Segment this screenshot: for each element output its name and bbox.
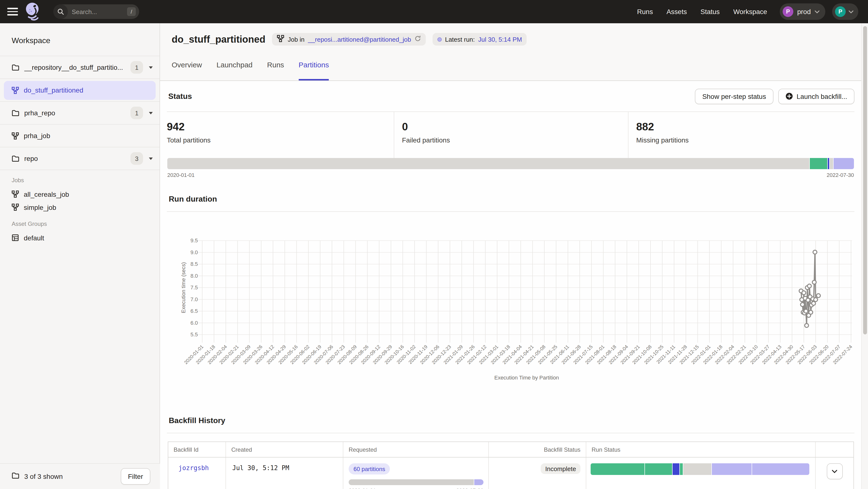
tab-partitions[interactable]: Partitions [299, 49, 329, 80]
nav-item-runs[interactable]: Runs [637, 8, 653, 15]
column-header-created: Created [226, 442, 343, 457]
job-origin-link[interactable]: __reposi...artitioned@partitioned_job [308, 36, 411, 43]
tab-launchpad[interactable]: Launchpad [217, 49, 253, 80]
column-header-run-status: Run Status [586, 442, 816, 457]
backfill-table: Backfill IdCreatedRequestedBackfill Stat… [168, 442, 854, 489]
backfill-id-link[interactable]: jozrgsbh [168, 464, 209, 471]
bar-segment [349, 479, 474, 485]
sidebar-item-all_cereals_job[interactable]: all_cereals_job [0, 188, 159, 201]
chevron-down-icon[interactable] [149, 66, 153, 69]
asset-group-icon [12, 234, 19, 241]
column-header-backfill-status: Backfill Status [489, 442, 586, 457]
sidebar-item-prha-repo[interactable]: prha_repo1 [0, 102, 159, 125]
sidebar-title: Workspace [12, 36, 159, 45]
job-origin-text: Job in [288, 36, 305, 43]
job-icon [12, 87, 19, 94]
svg-text:7.0: 7.0 [190, 296, 198, 302]
cell-backfill-status: Incomplete [489, 457, 586, 489]
table-row: jozrgsbhJul 30, 5:12 PM60 partitions2020… [168, 457, 854, 489]
dagster-logo-icon[interactable] [24, 2, 42, 21]
svg-text:9.5: 9.5 [190, 237, 198, 243]
filter-button[interactable]: Filter [121, 468, 150, 485]
search-box[interactable]: / [53, 4, 139, 19]
page-scrollbar[interactable] [861, 23, 868, 489]
sidebar-item-prha-job[interactable]: prha_job [0, 125, 159, 147]
repo-count-badge: 1 [130, 61, 143, 74]
stat-failed-partitions: 0Failed partitions [394, 112, 628, 158]
bar-segment [712, 463, 752, 475]
folder-icon [12, 64, 20, 71]
sidebar-item-label: all_cereals_job [24, 190, 69, 198]
backfill-history-section: Backfill History [167, 413, 855, 433]
partition-status-bar[interactable] [167, 158, 854, 169]
main-content: do_stuff_partitioned Job in __reposi...a… [160, 23, 868, 489]
job-icon [12, 191, 19, 198]
svg-text:8.5: 8.5 [190, 261, 198, 267]
run-status-bar[interactable] [591, 463, 809, 475]
sidebar-item-label: prha_job [24, 132, 153, 139]
sidebar-section-label: Asset Groups [12, 221, 159, 227]
sidebar-item-do-stuff-partitioned[interactable]: do_stuff_partitioned [0, 79, 159, 102]
status-section-header: Status Show per-step status Launch backf… [167, 81, 855, 112]
folder-icon [12, 155, 20, 162]
chevron-down-icon[interactable] [149, 112, 153, 114]
stat-label: Total partitions [167, 136, 394, 144]
deployment-switcher[interactable]: P prod [780, 3, 825, 20]
job-icon [12, 132, 19, 139]
column-header-requested: Requested [343, 442, 489, 457]
svg-text:Execution Time by Partition: Execution Time by Partition [494, 374, 559, 381]
tab-runs[interactable]: Runs [267, 49, 284, 80]
search-input[interactable] [71, 7, 123, 16]
nav-item-workspace[interactable]: Workspace [733, 8, 767, 15]
nav-item-assets[interactable]: Assets [666, 8, 687, 15]
backfill-status-badge: Incomplete [541, 463, 581, 474]
bar-segment [680, 463, 683, 475]
status-heading: Status [168, 92, 192, 101]
refresh-icon[interactable] [414, 35, 421, 43]
user-menu[interactable]: P [832, 3, 858, 20]
bar-segment [830, 158, 834, 169]
run-duration-chart[interactable]: 2020-01-012020-01-182020-02-042020-02-21… [167, 214, 855, 389]
sidebar-item--repository-do-stuff-partitio-[interactable]: __repository__do_stuff_partitio...1 [0, 56, 159, 79]
nav-item-status[interactable]: Status [701, 8, 720, 15]
scrollbar-thumb[interactable] [863, 26, 867, 334]
stat-value: 0 [402, 121, 628, 133]
expand-row-button[interactable] [827, 463, 842, 479]
topbar: / RunsAssetsStatusWorkspace P prod P [0, 0, 868, 23]
bar-segment [834, 158, 854, 169]
show-per-step-status-button[interactable]: Show per-step status [695, 89, 773, 104]
launch-backfill-button[interactable]: Launch backfill... [778, 89, 855, 104]
bar-segment [474, 479, 484, 485]
sidebar-item-simple_job[interactable]: simple_job [0, 201, 159, 214]
repos-shown-count: 3 of 3 shown [24, 472, 121, 480]
repo-count-badge: 1 [130, 107, 143, 119]
user-avatar: P [835, 6, 846, 17]
stat-missing-partitions: 882Missing partitions [628, 112, 855, 158]
created-timestamp: Jul 30, 5:12 PM [226, 464, 289, 471]
sidebar-item-default[interactable]: default [0, 231, 159, 244]
requested-partitions-chip[interactable]: 60 partitions [349, 463, 390, 475]
bar-segment [673, 463, 680, 475]
range-start: 2020-01-01 [349, 488, 376, 489]
deployment-avatar: P [783, 6, 793, 17]
sidebar-section-asset-groups: Asset Groupsdefault [0, 221, 159, 244]
repo-count-badge: 3 [130, 152, 143, 165]
requested-range-bar [349, 479, 484, 485]
page-header: do_stuff_partitioned Job in __reposi...a… [160, 23, 868, 81]
tab-overview[interactable]: Overview [172, 49, 202, 80]
sidebar-item-repo[interactable]: repo3 [0, 147, 159, 170]
stat-value: 942 [167, 121, 394, 133]
cell-run-status [586, 457, 816, 489]
svg-text:7.5: 7.5 [190, 285, 198, 291]
bar-segment [683, 463, 712, 475]
sidebar-item-label: simple_job [24, 203, 56, 211]
chevron-down-icon[interactable] [149, 157, 153, 160]
cell-requested: 60 partitions2020-01-012022-07-30 [343, 457, 489, 489]
hamburger-menu-icon[interactable] [7, 8, 18, 15]
latest-run-time-link[interactable]: Jul 30, 5:14 PM [478, 36, 522, 43]
bar-segment [591, 463, 645, 475]
chevron-down-icon [815, 10, 819, 13]
svg-text:5.5: 5.5 [190, 331, 198, 337]
cell-expand [816, 457, 854, 489]
bar-segment [752, 463, 809, 475]
